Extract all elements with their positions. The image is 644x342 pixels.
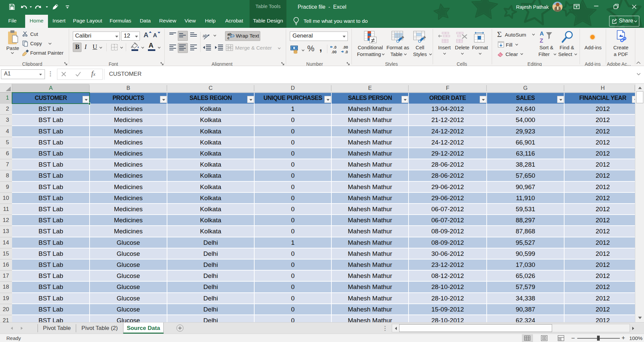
svg-text:.0: .0: [333, 45, 336, 49]
svg-text:A: A: [540, 31, 544, 37]
svg-text:Z: Z: [540, 38, 543, 44]
svg-text:.0: .0: [345, 50, 348, 54]
svg-text:c: c: [227, 36, 229, 40]
svg-text:.00: .00: [343, 45, 348, 49]
svg-text:ab: ab: [203, 33, 207, 38]
svg-text:.00: .00: [331, 50, 336, 54]
